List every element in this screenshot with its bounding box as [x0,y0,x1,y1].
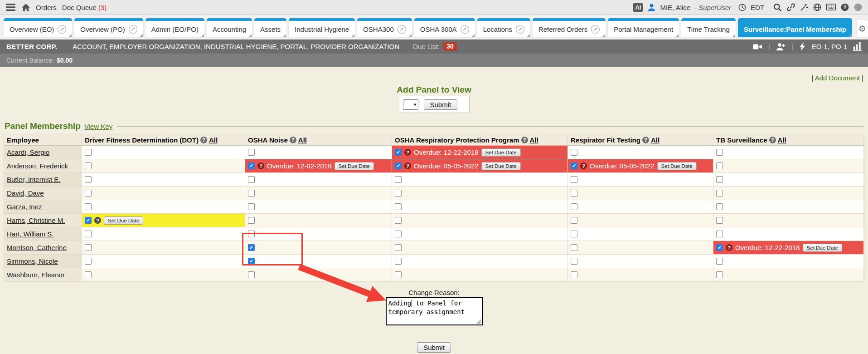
resize-grip-icon[interactable] [476,319,481,324]
panel-checkbox[interactable] [395,176,402,183]
select-all-link[interactable]: All [778,136,786,144]
panel-checkbox[interactable] [716,258,723,265]
set-due-date-button[interactable]: Set Due Date [481,162,521,170]
panel-checkbox[interactable]: ✓ [248,162,255,169]
select-all-link[interactable]: All [651,136,659,144]
employee-link[interactable]: Acardi, Sergio [7,148,49,156]
panel-checkbox[interactable] [716,203,723,210]
panel-checkbox[interactable]: ✓ [248,244,255,251]
tab-osha300[interactable]: OSHA300↗ [357,18,412,37]
panel-select-dropdown[interactable]: ▾ [403,99,418,110]
set-due-date-button[interactable]: Set Due Date [335,162,374,170]
view-key-link[interactable]: View Key [84,123,112,130]
change-reason-textarea[interactable]: Adding to Panel for temporary assignment [386,297,483,325]
panel-checkbox[interactable]: ✓ [716,244,723,251]
tab-overview-eo-[interactable]: Overview (EO)↗ [4,18,72,37]
tab-locations[interactable]: Locations↗ [477,18,530,37]
nav-doc-queue[interactable]: Doc Queue (3) [62,4,107,11]
employee-link[interactable]: Hart, William S. [7,230,53,238]
link-icon[interactable] [786,3,795,12]
tab-settings-gear-button[interactable]: ⚙ [857,20,868,37]
panel-checkbox[interactable] [395,203,402,210]
add-person-icon[interactable] [776,43,786,51]
panel-checkbox[interactable] [248,231,255,237]
nav-orders[interactable]: Orders [36,4,57,11]
set-due-date-button[interactable]: Set Due Date [104,216,143,225]
tab-accounting[interactable]: Accounting [207,18,252,37]
add-document-link[interactable]: Add Document [815,74,860,82]
employee-link[interactable]: Morrison, Catherine [7,244,67,251]
set-due-date-button[interactable]: Set Due Date [481,148,521,157]
clock-icon[interactable] [738,3,747,12]
select-all-link[interactable]: All [298,136,307,144]
help-icon[interactable]: ? [257,162,264,169]
select-all-link[interactable]: All [209,136,218,144]
panel-checkbox[interactable]: ✓ [395,162,402,169]
panel-checkbox[interactable] [716,231,723,237]
globe-icon[interactable] [813,3,822,12]
ai-badge[interactable]: AI [633,3,643,12]
panel-checkbox[interactable] [85,244,92,251]
panel-checkbox[interactable] [395,217,402,224]
select-all-link[interactable]: All [530,136,538,144]
tab-osha-300a[interactable]: OSHA 300A↗ [414,18,475,37]
panel-checkbox[interactable] [571,217,577,224]
panel-checkbox[interactable] [85,203,92,210]
help-icon[interactable]: ? [840,3,849,12]
tab-portal-management[interactable]: Portal Management [608,18,679,37]
panel-checkbox[interactable] [571,203,577,210]
help-icon[interactable]: ? [290,137,296,143]
tab-overview-po-[interactable]: Overview (PO)↗ [74,18,143,37]
help-icon[interactable]: ? [404,149,411,156]
panel-checkbox[interactable] [248,217,255,224]
panel-checkbox[interactable] [248,190,255,197]
tab-admin-eo-po-[interactable]: Admin (EO/PO) [145,18,204,37]
panel-checkbox[interactable] [716,217,723,224]
panel-checkbox[interactable] [85,258,92,265]
help-icon[interactable]: ? [769,137,776,143]
due-list-count-badge[interactable]: 30 [443,42,457,51]
panel-checkbox[interactable] [571,149,577,156]
panel-checkbox[interactable]: ✓ [85,217,92,224]
panel-checkbox[interactable] [248,176,255,183]
home-icon[interactable] [21,3,30,12]
employee-link[interactable]: Harris, Christine M. [7,216,65,224]
panel-checkbox[interactable] [395,244,402,251]
employee-link[interactable]: Washburn, Eleanor [7,271,65,279]
panel-checkbox[interactable] [716,271,723,278]
panel-checkbox[interactable] [571,231,577,237]
employee-link[interactable]: David, Dave [7,189,44,197]
lightning-icon[interactable] [800,42,806,51]
tab-surveillance-panel-membership[interactable]: Surveillance:Panel Membership [738,18,852,37]
panel-checkbox[interactable] [85,271,92,278]
panel-checkbox[interactable] [395,231,402,237]
help-icon[interactable]: ? [642,137,649,143]
tab-industrial-hygiene[interactable]: Industrial Hygiene [289,18,355,37]
panel-checkbox[interactable] [85,231,92,237]
employee-link[interactable]: Garza, Inez [7,203,42,211]
help-icon[interactable]: ? [521,137,528,143]
panel-checkbox[interactable] [248,203,255,210]
help-icon[interactable]: ? [580,162,587,169]
panel-checkbox[interactable] [571,258,577,265]
panel-checkbox[interactable] [248,271,255,278]
panel-checkbox[interactable] [716,149,723,156]
set-due-date-button[interactable]: Set Due Date [657,162,697,170]
employee-link[interactable]: Anderson, Frederick [7,162,68,170]
wand-icon[interactable] [800,3,809,12]
search-icon[interactable] [773,3,782,12]
panel-checkbox[interactable] [716,176,723,183]
panel-checkbox[interactable] [85,149,92,156]
panel-checkbox[interactable] [571,190,577,197]
panel-checkbox[interactable] [571,176,577,183]
panel-checkbox[interactable] [85,190,92,197]
employee-link[interactable]: Butler, Internist E. [7,176,60,183]
user-name[interactable]: MIE, Alice [660,4,690,11]
panel-checkbox[interactable] [85,162,92,169]
tab-assets[interactable]: Assets [254,18,286,37]
panel-checkbox[interactable] [85,176,92,183]
panel-checkbox[interactable] [716,162,723,169]
panel-checkbox[interactable] [248,149,255,156]
help-icon[interactable]: ? [404,162,411,169]
video-camera-icon[interactable] [752,43,762,51]
